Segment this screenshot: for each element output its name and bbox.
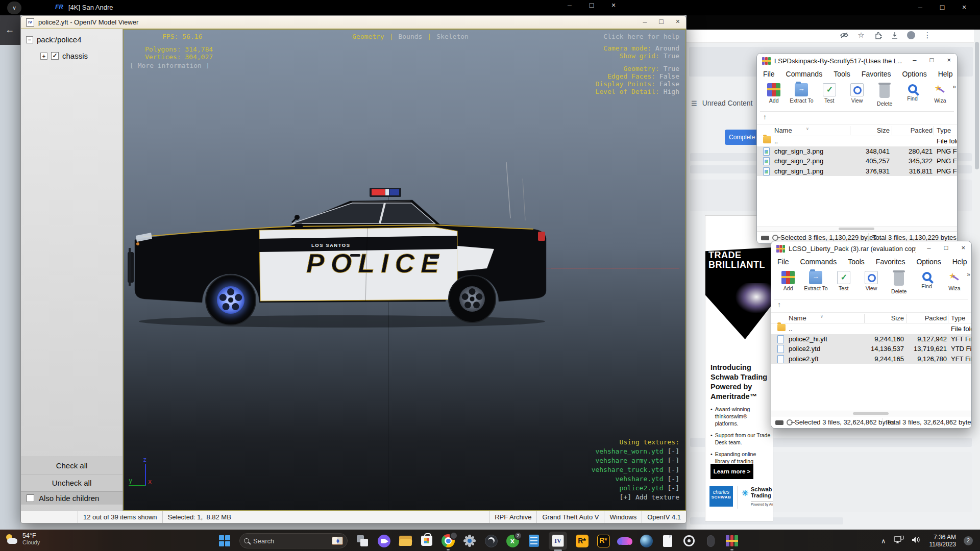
menu-item[interactable]: Favorites: [876, 258, 905, 266]
close-icon[interactable]: ×: [947, 56, 951, 64]
minimize-icon[interactable]: –: [913, 56, 916, 64]
column-type[interactable]: Type: [951, 314, 965, 322]
column-packed[interactable]: Packed: [895, 127, 933, 134]
menu-item[interactable]: File: [777, 258, 789, 266]
scrollbar-thumb[interactable]: [975, 42, 979, 169]
gamepad-app-button[interactable]: [618, 534, 631, 547]
3d-viewport[interactable]: LOS SANTOS POLICE: [123, 29, 686, 511]
document-app-button[interactable]: [661, 534, 674, 547]
tab-search-chevron-icon[interactable]: ∨: [7, 2, 21, 14]
eye-off-icon[interactable]: [840, 31, 849, 40]
column-name[interactable]: Name: [789, 314, 806, 322]
police-car-model[interactable]: LOS SANTOS POLICE: [128, 158, 552, 332]
maximize-icon[interactable]: □: [587, 1, 596, 9]
menu-item[interactable]: Commands: [800, 258, 837, 266]
obs-button[interactable]: [484, 534, 498, 547]
toolbar-overflow-icon[interactable]: »: [952, 83, 956, 90]
clock[interactable]: 7:36 AM 11/8/2023: [929, 534, 957, 548]
clipchamp-button[interactable]: [377, 534, 390, 547]
toolbar-button[interactable]: View: [857, 270, 885, 291]
toolbar-button[interactable]: Test: [816, 82, 843, 104]
menu-item[interactable]: Tools: [848, 258, 865, 266]
notification-badge[interactable]: 2: [964, 536, 973, 545]
toolbar-button[interactable]: Add: [760, 82, 788, 104]
texture-entry[interactable]: vehshare_worn.ytd[-]: [595, 447, 679, 456]
chassis-checkbox[interactable]: ✓: [51, 52, 59, 60]
column-size[interactable]: Size: [867, 314, 904, 322]
tab-geometry[interactable]: Geometry: [352, 33, 384, 40]
toolbar-button[interactable]: Find: [898, 82, 926, 102]
toolbar-button[interactable]: Test: [830, 270, 857, 291]
minimize-icon[interactable]: –: [927, 244, 930, 252]
tab-bounds[interactable]: Bounds: [398, 33, 422, 40]
chrome-button[interactable]: [442, 534, 455, 547]
rockstar-games-button[interactable]: R*: [597, 534, 610, 547]
browser-tab[interactable]: [4K] San Andre: [68, 4, 113, 11]
file-row[interactable]: chgr_sign_1.png 376,931 316,811 PNG Fil: [757, 166, 957, 177]
minimize-icon[interactable]: –: [566, 1, 574, 9]
toolbar-button[interactable]: Wiza: [926, 82, 954, 104]
horizontal-scrollbar[interactable]: [757, 226, 957, 231]
menu-item[interactable]: Tools: [834, 70, 850, 78]
toolbar-button[interactable]: Extract To: [802, 270, 829, 291]
toolbar-button[interactable]: Add: [774, 270, 802, 291]
xbox-button[interactable]: x2: [506, 534, 519, 547]
menu-item[interactable]: Help: [938, 70, 953, 78]
toolbar-overflow-icon[interactable]: »: [967, 271, 970, 278]
file-row[interactable]: .. File fold: [757, 136, 957, 146]
column-packed[interactable]: Packed: [909, 314, 947, 322]
toolbar-button[interactable]: Delete: [871, 82, 898, 107]
file-explorer-button[interactable]: [399, 534, 412, 547]
close-icon[interactable]: ×: [609, 1, 618, 9]
also-hide-children-row[interactable]: Also hide children: [21, 491, 122, 505]
tree-child-row[interactable]: + ✓ chassis: [40, 52, 88, 60]
file-row[interactable]: police2.ytd 14,136,537 13,719,621 YTD Fi…: [771, 344, 971, 354]
file-row[interactable]: chgr_sign_2.png 405,257 345,322 PNG Fil: [757, 156, 957, 166]
up-folder-icon[interactable]: ↑: [777, 300, 781, 309]
taskbar-search[interactable]: Search: [239, 533, 348, 548]
toolbar-button[interactable]: Wiza: [941, 270, 968, 291]
maximize-icon[interactable]: □: [659, 17, 663, 26]
toolbar-button[interactable]: Extract To: [788, 82, 815, 104]
steelseries-button[interactable]: [682, 534, 696, 547]
openiv-titlebar[interactable]: IV police2.yft - OpenIV Model Viewer – □…: [21, 16, 686, 29]
maximize-icon[interactable]: □: [944, 244, 948, 252]
maximize-icon[interactable]: □: [930, 56, 934, 64]
microsoft-store-button[interactable]: [420, 534, 433, 547]
schwab-ad[interactable]: TRADEBRILLIANTL IntroducingSchwab Tradin…: [705, 215, 773, 521]
column-size[interactable]: Size: [853, 127, 890, 134]
also-hide-checkbox[interactable]: [27, 494, 34, 502]
back-icon[interactable]: ←: [5, 24, 14, 35]
file-row[interactable]: police2_hi.yft 9,244,160 9,127,942 YFT F…: [771, 334, 971, 344]
profile-avatar[interactable]: [907, 31, 915, 39]
learn-more-button[interactable]: Learn more >: [710, 464, 753, 479]
column-type[interactable]: Type: [937, 127, 951, 134]
task-view-button[interactable]: [356, 534, 369, 547]
up-folder-icon[interactable]: ↑: [763, 113, 767, 121]
download-icon[interactable]: [890, 31, 899, 40]
column-name[interactable]: Name: [774, 127, 792, 134]
rockstar-launcher-button[interactable]: R*: [575, 534, 589, 547]
texture-entry[interactable]: police2.ytd[-]: [619, 484, 679, 493]
winrar2-titlebar[interactable]: LCSO_Liberty_Pack (3).rar (evaluation co…: [771, 241, 971, 257]
help-link[interactable]: Click here for help: [603, 33, 679, 40]
menu-item[interactable]: Help: [952, 258, 967, 266]
unread-content-link[interactable]: ☰ Unread Content: [691, 99, 753, 107]
file-row[interactable]: .. File fold: [771, 324, 971, 334]
close-icon[interactable]: ×: [676, 17, 680, 26]
tab-skeleton[interactable]: Skeleton: [436, 33, 469, 40]
tree-root-row[interactable]: − pack:/police4: [26, 35, 82, 44]
file-row[interactable]: police2.yft 9,244,165 9,126,780 YFT File: [771, 354, 971, 364]
collapse-icon[interactable]: −: [26, 36, 33, 43]
weather-widget[interactable]: 54°F Cloudy: [5, 532, 40, 546]
toolbar-button[interactable]: View: [843, 82, 871, 104]
minimize-icon[interactable]: –: [643, 17, 647, 26]
menu-item[interactable]: Options: [902, 70, 926, 78]
more-information-link[interactable]: [ More information ]: [130, 62, 210, 69]
menu-item[interactable]: Favorites: [862, 70, 891, 78]
toolbar-button[interactable]: Find: [913, 270, 940, 289]
minimize-icon[interactable]: –: [916, 3, 924, 11]
close-icon[interactable]: ×: [961, 244, 965, 252]
tray-chevron-icon[interactable]: ∧: [881, 537, 886, 545]
volume-icon[interactable]: [912, 536, 922, 546]
